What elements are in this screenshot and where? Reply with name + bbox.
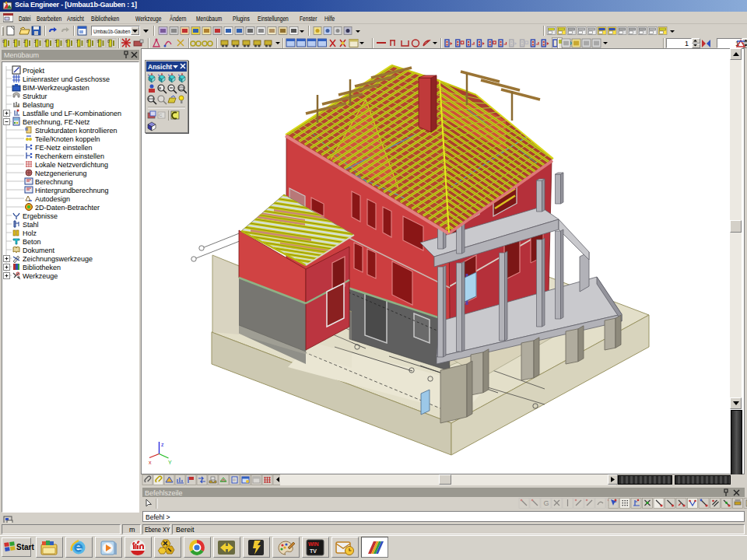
svg-text:Stahl: Stahl: [23, 221, 39, 229]
svg-text:Belastung: Belastung: [23, 101, 54, 109]
svg-text:4: 4: [44, 39, 47, 44]
svg-text:Hintergrundberechnung: Hintergrundberechnung: [35, 187, 109, 194]
svg-text:x: x: [149, 460, 152, 465]
svg-text:1: 1: [13, 39, 16, 44]
svg-text:Ergebnisse: Ergebnisse: [23, 212, 58, 220]
svg-text:6: 6: [65, 39, 68, 44]
svg-text:Y: Y: [168, 460, 172, 465]
svg-text:BIM-Werkzeugkasten: BIM-Werkzeugkasten: [23, 84, 89, 92]
svg-text:Holz: Holz: [23, 229, 37, 237]
svg-text:5: 5: [55, 39, 58, 44]
svg-text:0: 0: [107, 39, 110, 44]
svg-text:TV: TV: [310, 548, 317, 554]
svg-text:Teile/Knoten koppeln: Teile/Knoten koppeln: [35, 135, 100, 143]
svg-text:z: z: [161, 442, 164, 447]
svg-text:Werkzeuge: Werkzeuge: [23, 272, 58, 280]
svg-text:Netzgenerierung: Netzgenerierung: [35, 170, 87, 177]
svg-text:Strukturdaten kontrollieren: Strukturdaten kontrollieren: [35, 127, 117, 135]
svg-text:9: 9: [97, 39, 100, 44]
svg-text:C: C: [159, 113, 163, 117]
svg-text:Struktur: Struktur: [23, 93, 47, 100]
svg-text:2: 2: [23, 39, 26, 44]
svg-text:Rechenkern einstellen: Rechenkern einstellen: [35, 152, 104, 160]
svg-text:G: G: [544, 499, 549, 507]
svg-text:Beton: Beton: [23, 238, 41, 246]
svg-text:Lokale Netzverdichtung: Lokale Netzverdichtung: [35, 161, 108, 169]
svg-text:Lastfälle und LF-Kombinationen: Lastfälle und LF-Kombinationen: [23, 110, 121, 117]
svg-text:WIN: WIN: [308, 541, 319, 547]
svg-text:Zeichnungswerkzeuge: Zeichnungswerkzeuge: [23, 255, 93, 263]
svg-text:Berechnung: Berechnung: [35, 178, 73, 186]
svg-text:0: 0: [2, 39, 5, 44]
svg-text:8: 8: [86, 39, 89, 44]
svg-text:Linienraster und Geschosse: Linienraster und Geschosse: [23, 75, 110, 83]
svg-text:Bibliotheken: Bibliotheken: [23, 264, 61, 271]
svg-text:Berechnung, FE-Netz: Berechnung, FE-Netz: [23, 118, 90, 126]
svg-text:Projekt: Projekt: [23, 67, 45, 75]
svg-text:Dokument: Dokument: [23, 247, 55, 254]
svg-text:2D-Daten-Betrachter: 2D-Daten-Betrachter: [35, 204, 100, 212]
svg-text:FE-Netz einstellen: FE-Netz einstellen: [35, 144, 93, 152]
svg-text:3: 3: [34, 39, 37, 44]
svg-text:Autodesign: Autodesign: [35, 195, 70, 203]
svg-text:7: 7: [76, 39, 79, 44]
